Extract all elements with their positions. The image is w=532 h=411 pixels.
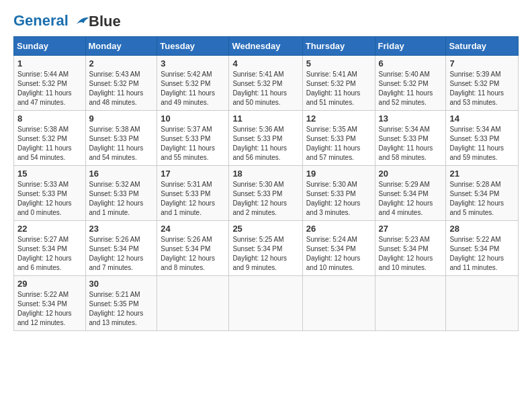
day-number: 20 [379,169,443,179]
day-info: Sunrise: 5:40 AMSunset: 5:32 PMDaylight:… [379,70,443,107]
day-number: 26 [306,224,371,234]
logo-bird-icon [74,13,90,30]
calendar-cell: 23Sunrise: 5:26 AMSunset: 5:34 PMDayligh… [85,221,157,276]
day-info: Sunrise: 5:28 AMSunset: 5:34 PMDaylight:… [449,180,515,218]
day-info: Sunrise: 5:25 AMSunset: 5:34 PMDaylight:… [232,235,298,273]
calendar-week-row: 29Sunrise: 5:22 AMSunset: 5:34 PMDayligh… [14,276,519,331]
calendar-cell: 25Sunrise: 5:25 AMSunset: 5:34 PMDayligh… [229,221,302,276]
calendar-cell: 7Sunrise: 5:39 AMSunset: 5:32 PMDaylight… [446,56,519,111]
calendar-table: SundayMondayTuesdayWednesdayThursdayFrid… [13,36,519,331]
calendar-cell: 16Sunrise: 5:32 AMSunset: 5:33 PMDayligh… [85,166,157,221]
day-number: 29 [17,279,82,289]
day-header-thursday: Thursday [302,37,375,56]
calendar-cell [446,276,519,331]
calendar-cell: 13Sunrise: 5:34 AMSunset: 5:33 PMDayligh… [375,111,446,166]
calendar-cell: 19Sunrise: 5:30 AMSunset: 5:33 PMDayligh… [302,166,375,221]
day-number: 21 [449,169,515,179]
day-info: Sunrise: 5:22 AMSunset: 5:34 PMDaylight:… [449,235,515,273]
calendar-week-row: 15Sunrise: 5:33 AMSunset: 5:33 PMDayligh… [14,166,519,221]
calendar-week-row: 8Sunrise: 5:38 AMSunset: 5:32 PMDaylight… [14,111,519,166]
calendar-cell [157,276,229,331]
calendar-cell: 10Sunrise: 5:37 AMSunset: 5:33 PMDayligh… [157,111,229,166]
day-info: Sunrise: 5:23 AMSunset: 5:34 PMDaylight:… [379,235,443,273]
day-info: Sunrise: 5:26 AMSunset: 5:34 PMDaylight:… [161,235,225,273]
day-info: Sunrise: 5:30 AMSunset: 5:33 PMDaylight:… [306,180,371,218]
day-number: 2 [89,58,154,68]
day-info: Sunrise: 5:36 AMSunset: 5:33 PMDaylight:… [232,125,298,163]
day-info: Sunrise: 5:27 AMSunset: 5:34 PMDaylight:… [17,235,82,273]
calendar-week-row: 22Sunrise: 5:27 AMSunset: 5:34 PMDayligh… [14,221,519,276]
calendar-cell: 11Sunrise: 5:36 AMSunset: 5:33 PMDayligh… [229,111,302,166]
calendar-cell: 2Sunrise: 5:43 AMSunset: 5:32 PMDaylight… [85,56,157,111]
day-info: Sunrise: 5:44 AMSunset: 5:32 PMDaylight:… [17,70,82,107]
day-number: 25 [232,224,298,234]
day-info: Sunrise: 5:26 AMSunset: 5:34 PMDaylight:… [89,235,154,273]
day-number: 18 [232,169,298,179]
day-number: 19 [306,169,371,179]
day-number: 3 [161,58,225,68]
calendar-cell: 6Sunrise: 5:40 AMSunset: 5:32 PMDaylight… [375,56,446,111]
day-info: Sunrise: 5:41 AMSunset: 5:32 PMDaylight:… [306,70,371,107]
day-header-friday: Friday [375,37,446,56]
day-header-tuesday: Tuesday [157,37,229,56]
day-info: Sunrise: 5:42 AMSunset: 5:32 PMDaylight:… [161,70,225,107]
day-info: Sunrise: 5:32 AMSunset: 5:33 PMDaylight:… [89,180,154,218]
day-header-monday: Monday [85,37,157,56]
calendar-cell: 29Sunrise: 5:22 AMSunset: 5:34 PMDayligh… [14,276,86,331]
calendar-cell: 14Sunrise: 5:34 AMSunset: 5:33 PMDayligh… [446,111,519,166]
day-number: 1 [17,58,82,68]
day-header-sunday: Sunday [14,37,86,56]
calendar-body: 1Sunrise: 5:44 AMSunset: 5:32 PMDaylight… [14,56,519,331]
logo: General Blue [13,13,121,30]
day-number: 5 [306,58,371,68]
day-info: Sunrise: 5:41 AMSunset: 5:32 PMDaylight:… [232,70,298,107]
day-number: 28 [449,224,515,234]
day-number: 27 [379,224,443,234]
calendar-cell: 8Sunrise: 5:38 AMSunset: 5:32 PMDaylight… [14,111,86,166]
calendar-cell [375,276,446,331]
day-info: Sunrise: 5:43 AMSunset: 5:32 PMDaylight:… [89,70,154,107]
calendar-cell: 27Sunrise: 5:23 AMSunset: 5:34 PMDayligh… [375,221,446,276]
day-number: 11 [232,113,298,124]
day-header-saturday: Saturday [446,37,519,56]
day-info: Sunrise: 5:24 AMSunset: 5:34 PMDaylight:… [306,235,371,273]
day-number: 6 [379,58,443,68]
calendar-cell: 1Sunrise: 5:44 AMSunset: 5:32 PMDaylight… [14,56,86,111]
day-number: 7 [449,58,515,68]
calendar-cell: 21Sunrise: 5:28 AMSunset: 5:34 PMDayligh… [446,166,519,221]
day-info: Sunrise: 5:34 AMSunset: 5:33 PMDaylight:… [449,125,515,163]
day-number: 23 [89,224,154,234]
calendar-cell: 18Sunrise: 5:30 AMSunset: 5:33 PMDayligh… [229,166,302,221]
day-number: 8 [17,113,82,124]
day-info: Sunrise: 5:22 AMSunset: 5:34 PMDaylight:… [17,290,82,328]
calendar-cell: 3Sunrise: 5:42 AMSunset: 5:32 PMDaylight… [157,56,229,111]
calendar-cell: 22Sunrise: 5:27 AMSunset: 5:34 PMDayligh… [14,221,86,276]
day-number: 22 [17,224,82,234]
day-number: 10 [161,113,225,124]
day-info: Sunrise: 5:31 AMSunset: 5:33 PMDaylight:… [161,180,225,218]
day-info: Sunrise: 5:33 AMSunset: 5:33 PMDaylight:… [17,180,82,218]
calendar-cell: 20Sunrise: 5:29 AMSunset: 5:34 PMDayligh… [375,166,446,221]
calendar-cell: 17Sunrise: 5:31 AMSunset: 5:33 PMDayligh… [157,166,229,221]
calendar-cell: 4Sunrise: 5:41 AMSunset: 5:32 PMDaylight… [229,56,302,111]
day-info: Sunrise: 5:30 AMSunset: 5:33 PMDaylight:… [232,180,298,218]
day-number: 24 [161,224,225,234]
day-number: 16 [89,169,154,179]
calendar-cell: 28Sunrise: 5:22 AMSunset: 5:34 PMDayligh… [446,221,519,276]
day-info: Sunrise: 5:34 AMSunset: 5:33 PMDaylight:… [379,125,443,163]
day-info: Sunrise: 5:39 AMSunset: 5:32 PMDaylight:… [449,70,515,107]
day-header-wednesday: Wednesday [229,37,302,56]
calendar-cell: 30Sunrise: 5:21 AMSunset: 5:35 PMDayligh… [85,276,157,331]
calendar-cell [302,276,375,331]
day-number: 12 [306,113,371,124]
day-number: 4 [232,58,298,68]
calendar-cell: 9Sunrise: 5:38 AMSunset: 5:33 PMDaylight… [85,111,157,166]
calendar-cell: 24Sunrise: 5:26 AMSunset: 5:34 PMDayligh… [157,221,229,276]
logo-blue: Blue [89,14,121,29]
day-number: 14 [449,113,515,124]
day-info: Sunrise: 5:21 AMSunset: 5:35 PMDaylight:… [89,290,154,328]
calendar-header-row: SundayMondayTuesdayWednesdayThursdayFrid… [14,37,519,56]
logo-general: General [13,12,69,29]
day-number: 13 [379,113,443,124]
day-info: Sunrise: 5:35 AMSunset: 5:33 PMDaylight:… [306,125,371,163]
